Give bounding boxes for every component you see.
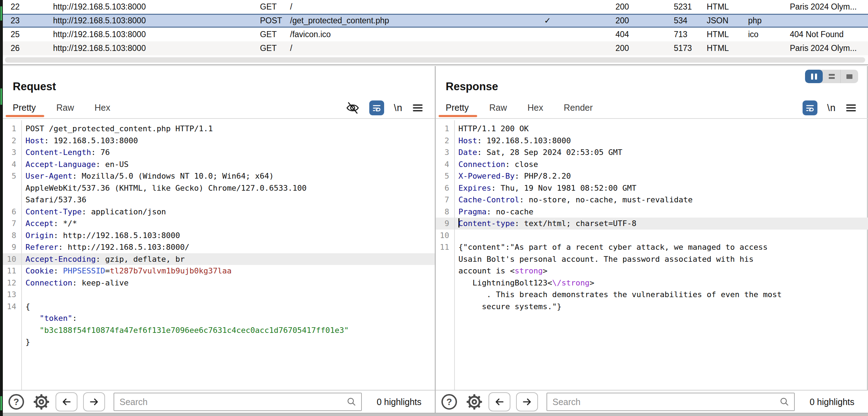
cell-method: POST bbox=[260, 14, 282, 28]
tab-hex[interactable]: Hex bbox=[527, 102, 543, 116]
code-text: Cache-Control: no-store, no-cache, must-… bbox=[458, 194, 693, 206]
line-number bbox=[3, 182, 16, 194]
cell-path: /get_protected_content.php bbox=[290, 14, 389, 28]
code-line: 10Accept-Encoding: gzip, deflate, br bbox=[3, 253, 435, 265]
layout-columns-button[interactable] bbox=[805, 70, 823, 83]
single-layout-icon bbox=[846, 74, 852, 79]
columns-layout-icon bbox=[811, 74, 813, 80]
search-next-button[interactable] bbox=[83, 392, 105, 411]
message-editor-panes: Request Pretty Raw Hex bbox=[3, 66, 868, 416]
line-number: 2 bbox=[436, 135, 449, 147]
search-previous-button[interactable] bbox=[488, 392, 510, 411]
code-line: AppleWebKit/537.36 (KHTML, like Gecko) C… bbox=[3, 182, 435, 194]
cell-url: http://192.168.5.103:8000 bbox=[53, 0, 146, 14]
line-number: 13 bbox=[3, 289, 16, 301]
code-line: LightningBolt123<\/strong> bbox=[436, 277, 868, 289]
history-row-23[interactable]: 23http://192.168.5.103:8000POST/get_prot… bbox=[3, 14, 868, 28]
code-line: 4Accept-Language: en-US bbox=[3, 158, 435, 171]
cell-path: /favicon.ico bbox=[290, 28, 331, 41]
line-number: 9 bbox=[436, 218, 449, 230]
history-row-26[interactable]: 26http://192.168.5.103:8000GET/2005173HT… bbox=[3, 41, 868, 55]
code-text: Referer: http://192.168.5.103:8000/ bbox=[25, 241, 190, 253]
line-number: 12 bbox=[3, 277, 16, 289]
tab-raw[interactable]: Raw bbox=[56, 102, 74, 116]
response-search-input[interactable] bbox=[546, 393, 795, 411]
code-text: Expires: Thu, 19 Nov 1981 08:52:00 GMT bbox=[458, 182, 636, 194]
search-next-button[interactable] bbox=[516, 392, 538, 411]
code-line: 3Content-Length: 76 bbox=[3, 146, 435, 158]
line-number: 7 bbox=[436, 194, 449, 206]
line-number: 10 bbox=[3, 253, 16, 265]
table-horizontal-scrollbar[interactable] bbox=[3, 55, 868, 64]
request-editor[interactable]: 1POST /get_protected_content.php HTTP/1.… bbox=[3, 120, 435, 390]
history-row-25[interactable]: 25http://192.168.5.103:8000GET/favicon.i… bbox=[3, 28, 868, 41]
code-line: 9Referer: http://192.168.5.103:8000/ bbox=[3, 241, 435, 253]
code-text: Accept: */* bbox=[25, 218, 77, 230]
cell-path: / bbox=[290, 41, 292, 55]
editor-menu-hamburger-icon[interactable] bbox=[845, 103, 857, 113]
line-number: 3 bbox=[3, 146, 16, 158]
show-newlines-toggle[interactable]: \n bbox=[394, 103, 403, 114]
help-icon[interactable]: ? bbox=[8, 393, 25, 410]
editor-layout-switcher bbox=[805, 70, 858, 83]
response-editor[interactable]: 1HTTP/1.1 200 OK2Host: 192.168.5.103:800… bbox=[436, 120, 868, 390]
tab-hex[interactable]: Hex bbox=[94, 102, 110, 116]
code-text: {"content":"As part of a recent cyber at… bbox=[458, 241, 768, 253]
code-text: Accept-Encoding: gzip, deflate, br bbox=[25, 253, 185, 265]
arrow-left-icon bbox=[60, 396, 73, 408]
word-wrap-toggle-button[interactable] bbox=[369, 100, 384, 115]
request-search-bar: ? bbox=[3, 390, 435, 416]
line-number bbox=[436, 277, 449, 289]
tab-raw[interactable]: Raw bbox=[489, 102, 507, 116]
code-text: account is <strong> bbox=[458, 265, 548, 277]
tab-pretty[interactable]: Pretty bbox=[446, 102, 469, 116]
tab-pretty[interactable]: Pretty bbox=[13, 102, 36, 116]
request-tabs: Pretty Raw Hex bbox=[13, 102, 131, 116]
tab-render[interactable]: Render bbox=[564, 102, 593, 116]
word-wrap-icon bbox=[372, 103, 382, 113]
cell-title: Paris 2024 Olym... bbox=[790, 0, 867, 14]
svg-text:?: ? bbox=[13, 397, 19, 407]
code-text: Safari/537.36 bbox=[25, 194, 86, 206]
cell-num: 22 bbox=[11, 0, 20, 14]
search-previous-button[interactable] bbox=[56, 392, 77, 411]
line-number: 5 bbox=[436, 170, 449, 182]
line-number bbox=[436, 301, 449, 313]
cell-num: 26 bbox=[11, 41, 20, 55]
editor-menu-hamburger-icon[interactable] bbox=[412, 103, 423, 113]
history-row-22[interactable]: 22http://192.168.5.103:8000GET/2005231HT… bbox=[3, 0, 868, 14]
cell-method: GET bbox=[260, 0, 277, 14]
line-number bbox=[436, 289, 449, 301]
window-bottom-edge bbox=[0, 413, 868, 416]
code-text: Content-Length: 76 bbox=[25, 146, 110, 158]
code-text: "b3c188f54f10874fa47ef6f131e7096ee6c7631… bbox=[25, 324, 349, 336]
code-line: 8Origin: http://192.168.5.103:8000 bbox=[3, 230, 435, 242]
response-search-bar: ? bbox=[436, 390, 868, 416]
layout-single-button[interactable] bbox=[840, 70, 858, 83]
line-number: 9 bbox=[3, 241, 16, 253]
layout-stacked-button[interactable] bbox=[823, 70, 840, 83]
code-line: 3Date: Sat, 28 Sep 2024 02:53:05 GMT bbox=[436, 146, 868, 158]
cell-check: ✓ bbox=[535, 14, 560, 28]
code-line: 8Pragma: no-cache bbox=[436, 206, 868, 218]
code-text: secure systems."} bbox=[458, 301, 561, 313]
code-line: 1POST /get_protected_content.php HTTP/1.… bbox=[3, 123, 435, 135]
code-line: secure systems."} bbox=[436, 301, 868, 313]
background-window-artifact bbox=[0, 88, 2, 105]
word-wrap-toggle-button[interactable] bbox=[803, 100, 817, 115]
code-line: Usain Bolt's personal account. The passw… bbox=[436, 253, 868, 265]
show-newlines-toggle[interactable]: \n bbox=[827, 103, 836, 114]
hide-highlights-eye-icon[interactable] bbox=[346, 101, 360, 115]
help-icon[interactable]: ? bbox=[441, 393, 458, 410]
request-pane-title: Request bbox=[13, 80, 56, 93]
cell-status: 200 bbox=[615, 41, 629, 55]
cell-mime: HTML bbox=[707, 28, 729, 41]
search-settings-gear-icon[interactable] bbox=[33, 393, 50, 411]
request-search-input[interactable] bbox=[114, 393, 362, 411]
http-history-table[interactable]: 22http://192.168.5.103:8000GET/2005231HT… bbox=[3, 0, 868, 55]
code-text: HTTP/1.1 200 OK bbox=[458, 123, 529, 135]
scrollbar-thumb[interactable] bbox=[5, 57, 865, 63]
code-text: Date: Sat, 28 Sep 2024 02:53:05 GMT bbox=[458, 146, 623, 158]
cell-url: http://192.168.5.103:8000 bbox=[53, 14, 146, 28]
search-settings-gear-icon[interactable] bbox=[465, 393, 483, 411]
